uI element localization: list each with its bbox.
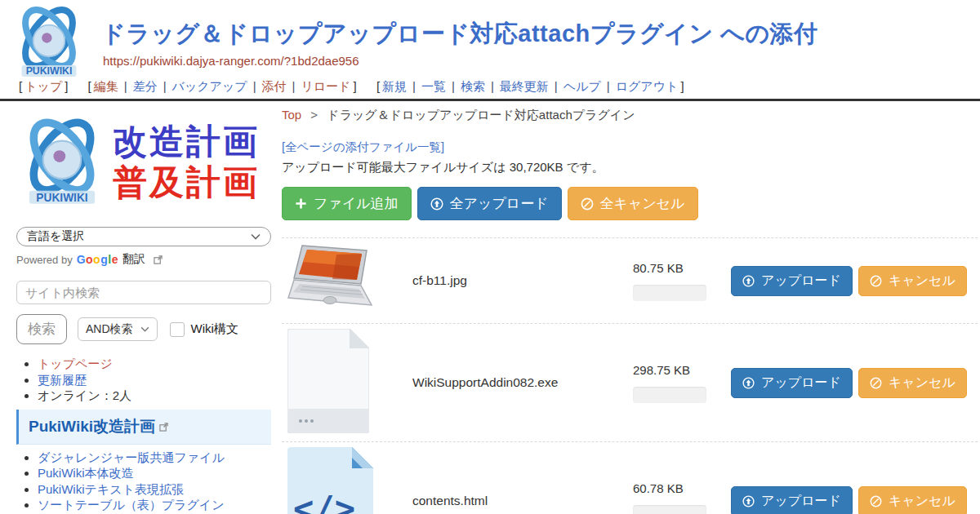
add-files-button[interactable]: ファイル追加 — [282, 187, 412, 220]
sidebar-item-common-files[interactable]: ダジャレンジャー版共通ファイル — [38, 450, 225, 464]
sidebar-item-update-history[interactable]: 更新履歴 — [38, 373, 87, 387]
sidebar-plugin-links: ダジャレンジャー版共通ファイル PukiWiki本体改造 PukiWikiテキス… — [16, 450, 271, 514]
chevron-down-icon — [140, 326, 149, 332]
separator: | — [491, 79, 494, 93]
breadcrumb-current: ドラッグ＆ドロップアップロード対応attachプラグイン — [327, 108, 635, 122]
list-item: PukiWiki本体改造 — [38, 466, 271, 480]
separator: | — [253, 79, 256, 93]
nav-item-list[interactable]: 一覧 — [421, 79, 446, 93]
bracket: [ — [88, 79, 91, 93]
sidebar: PUKIWIKI 改造計画 普及計画 言語を選択 Powered by Goog… — [16, 114, 271, 514]
sidebar-item-top-page[interactable]: トップページ — [38, 357, 113, 370]
nav-item-backup[interactable]: バックアップ — [172, 79, 247, 93]
ban-icon — [870, 275, 882, 287]
file-name: WikiSupportAddin082.exe — [412, 375, 633, 390]
svg-text:</>: </> — [293, 489, 355, 514]
progress-bar — [633, 505, 706, 514]
search-mode-select[interactable]: AND検索 — [78, 317, 158, 341]
breadcrumb-home[interactable]: Top — [282, 108, 301, 122]
bracket: ] — [354, 79, 357, 93]
separator: | — [607, 79, 610, 93]
upload-button[interactable]: アップロード — [731, 486, 853, 514]
language-select[interactable]: 言語を選択 — [16, 227, 271, 246]
page-url-link[interactable]: https://pukiwiki.dajya-ranger.com/?1bd2d… — [103, 54, 359, 68]
breadcrumb-separator: > — [310, 108, 318, 122]
online-count: オンライン：2人 — [38, 388, 131, 402]
upload-circle-icon — [742, 377, 755, 389]
nav-item-attach[interactable]: 添付 — [262, 79, 287, 93]
upload-button[interactable]: アップロード — [731, 266, 853, 296]
upload-all-button[interactable]: 全アップロード — [417, 187, 562, 220]
sidebar-section-heading[interactable]: PukiWiki改造計画 — [16, 410, 271, 445]
generic-file-icon — [287, 329, 369, 433]
bracket: ] — [680, 79, 684, 93]
nav-item-search[interactable]: 検索 — [461, 79, 485, 93]
max-file-size-text: アップロード可能最大ファイルサイズは 30,720KB です。 — [282, 160, 978, 175]
atom-icon: PUKIWIKI — [16, 117, 108, 208]
list-item: PukiWikiテキスト表現拡張 — [38, 482, 271, 496]
separator: | — [412, 79, 416, 93]
separator: | — [452, 79, 455, 93]
google-logo: Google — [77, 253, 118, 266]
progress-bar — [633, 387, 706, 403]
main-content: Top > ドラッグ＆ドロップアップロード対応attachプラグイン [全ページ… — [282, 108, 978, 514]
breadcrumb: Top > ドラッグ＆ドロップアップロード対応attachプラグイン — [282, 108, 978, 123]
file-name: contents.html — [412, 494, 633, 508]
google-translate-attribution[interactable]: Powered by Google 翻訳 — [16, 252, 271, 267]
file-size: 298.75 KB — [633, 363, 723, 377]
list-item: トップページ — [38, 357, 271, 371]
search-controls: 検索 AND検索 Wiki構文 — [16, 314, 271, 344]
wiki-syntax-checkbox[interactable] — [170, 322, 185, 337]
table-row: WikiSupportAddin082.exe 298.75 KB アップロード — [282, 323, 978, 441]
ban-icon — [870, 495, 882, 507]
all-attachments-link[interactable]: [全ページの添付ファイル一覧] — [282, 140, 444, 155]
nav-item-edit[interactable]: 編集 — [94, 79, 118, 93]
sidebar-quick-links: トップページ 更新履歴 オンライン：2人 — [16, 357, 271, 403]
sidebar-logo-text: 改造計画 普及計画 — [113, 122, 260, 204]
atom-icon: PUKIWIKI — [13, 5, 85, 81]
progress-bar — [633, 285, 706, 301]
file-size: 60.78 KB — [633, 481, 723, 495]
nav-item-new[interactable]: 新規 — [382, 79, 407, 93]
bulk-actions: ファイル追加 全アップロード 全キャンセル — [282, 187, 978, 220]
upload-queue: cf-b11.jpg 80.75 KB アップロード — [282, 237, 978, 514]
bracket: [ — [19, 79, 22, 93]
sidebar-item-sort-table[interactable]: ソートテーブル（表）プラグイン — [38, 498, 225, 512]
file-size: 80.75 KB — [633, 261, 723, 275]
sidebar-logo[interactable]: PUKIWIKI 改造計画 普及計画 — [16, 117, 271, 208]
pukiwiki-logo[interactable]: PUKIWIKI — [13, 5, 85, 82]
ban-icon — [870, 377, 882, 389]
sidebar-item-core-mod[interactable]: PukiWiki本体改造 — [38, 466, 134, 480]
site-search-input[interactable] — [16, 281, 271, 304]
nav-item-top[interactable]: トップ — [24, 79, 62, 93]
list-item: オンライン：2人 — [38, 388, 271, 403]
external-link-icon — [159, 423, 168, 432]
cancel-button[interactable]: キャンセル — [858, 368, 967, 398]
cancel-button[interactable]: キャンセル — [858, 266, 967, 296]
cancel-button[interactable]: キャンセル — [858, 486, 967, 514]
chevron-down-icon — [251, 233, 261, 240]
svg-text:PUKIWIKI: PUKIWIKI — [36, 192, 87, 204]
separator: | — [555, 79, 558, 93]
html-file-icon: </> — [287, 447, 373, 514]
nav-item-help[interactable]: ヘルプ — [564, 79, 601, 93]
separator: | — [292, 79, 296, 93]
table-row: cf-b11.jpg 80.75 KB アップロード — [282, 237, 978, 323]
ban-icon — [581, 197, 594, 210]
search-button[interactable]: 検索 — [16, 314, 67, 344]
nav-item-recent[interactable]: 最終更新 — [500, 79, 549, 93]
upload-circle-icon — [430, 197, 443, 210]
plus-icon — [295, 197, 307, 210]
top-navigation: [トップ] [編集|差分|バックアップ|添付|リロード] [新規|一覧|検索|最… — [16, 79, 687, 95]
cancel-all-button[interactable]: 全キャンセル — [568, 187, 698, 220]
bracket: ] — [65, 79, 68, 93]
nav-item-logout[interactable]: ログアウト — [616, 79, 679, 93]
separator: | — [124, 79, 127, 93]
sidebar-item-text-ext[interactable]: PukiWikiテキスト表現拡張 — [38, 482, 184, 496]
list-item: ダジャレンジャー版共通ファイル — [38, 450, 271, 464]
nav-item-reload[interactable]: リロード — [301, 79, 350, 93]
page-title: ドラッグ＆ドロップアップロード対応attachプラグイン への添付 — [101, 18, 818, 51]
nav-item-diff[interactable]: 差分 — [133, 79, 158, 93]
separator: | — [163, 79, 167, 93]
upload-button[interactable]: アップロード — [731, 368, 853, 398]
